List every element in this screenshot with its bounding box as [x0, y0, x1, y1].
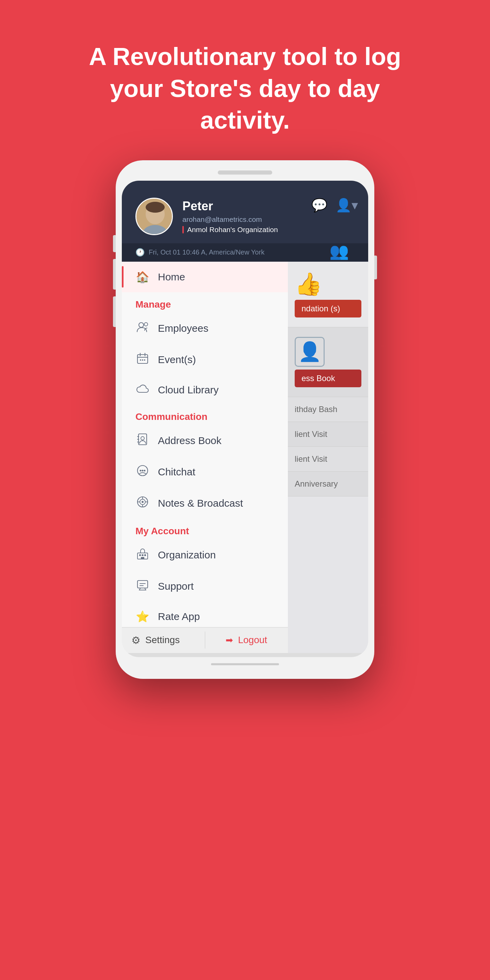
svg-point-8 — [142, 360, 143, 361]
svg-point-9 — [144, 360, 145, 361]
settings-button[interactable]: ⚙ Settings — [122, 627, 205, 653]
svg-rect-24 — [137, 581, 148, 588]
svg-point-11 — [141, 437, 144, 440]
svg-rect-21 — [142, 554, 143, 556]
side-menu: 🏠 Home Manage Employees — [122, 262, 288, 653]
user-email: arohan@altametrics.com — [182, 215, 278, 224]
svg-point-3 — [146, 202, 165, 213]
cloud-library-label: Cloud Library — [158, 384, 218, 396]
section-communication: Communication — [122, 404, 288, 425]
app-header: Peter arohan@altametrics.com Anmol Rohan… — [122, 181, 368, 262]
address-book-icon — [135, 433, 150, 448]
events-icon — [135, 352, 150, 367]
phone-shell: Peter arohan@altametrics.com Anmol Rohan… — [116, 160, 374, 679]
svg-rect-20 — [139, 554, 141, 556]
svg-point-13 — [140, 469, 142, 471]
rc-item-4: lient Visit — [288, 422, 368, 447]
user-placeholder-icon: 👤 — [295, 337, 325, 367]
svg-rect-23 — [141, 557, 144, 559]
rc-text-client-2: lient Visit — [295, 454, 361, 464]
rate-app-icon: ⭐ — [135, 610, 150, 623]
clock-icon: 🕐 — [135, 248, 145, 257]
address-book-badge[interactable]: ess Book — [295, 369, 361, 387]
chitchat-icon — [135, 465, 150, 479]
svg-point-4 — [139, 323, 143, 327]
datetime-text: Fri, Oct 01 10:46 A, America/New York — [149, 248, 264, 256]
avatar — [135, 198, 173, 235]
journals-icon: 👥 — [329, 242, 349, 260]
chat-icon[interactable]: 💬 — [311, 198, 327, 213]
menu-item-events[interactable]: Event(s) — [122, 344, 288, 375]
hero-text: A Revolutionary tool to log your Store's… — [68, 41, 422, 137]
address-book-label: Address Book — [158, 435, 221, 447]
employees-icon — [135, 321, 150, 336]
rate-app-label: Rate App — [158, 611, 200, 622]
thumbs-up-icon: 👍 — [295, 271, 361, 297]
notes-broadcast-icon — [135, 496, 150, 511]
menu-item-home[interactable]: 🏠 Home — [122, 262, 288, 292]
logout-button[interactable]: ➡ Logout — [205, 628, 288, 652]
main-content: 👍 ndation (s) 👤 ess Book ithday Bash lie… — [288, 262, 368, 653]
rc-item-5: lient Visit — [288, 447, 368, 472]
rc-text-client-1: lient Visit — [295, 430, 361, 439]
svg-point-15 — [144, 469, 146, 471]
rc-item-2: 👤 ess Book — [288, 327, 368, 397]
home-label: Home — [158, 271, 185, 283]
logout-icon: ➡ — [226, 635, 233, 646]
foundation-badge[interactable]: ndation (s) — [295, 300, 361, 318]
phone-notch — [218, 170, 272, 175]
chitchat-label: Chitchat — [158, 466, 195, 478]
svg-point-5 — [144, 323, 148, 326]
svg-rect-6 — [137, 355, 148, 363]
menu-item-chitchat[interactable]: Chitchat — [122, 456, 288, 488]
svg-point-7 — [140, 360, 141, 361]
menu-item-support[interactable]: Support — [122, 571, 288, 602]
user-org: Anmol Rohan's Organization — [187, 226, 278, 234]
logout-label: Logout — [238, 635, 267, 646]
rc-item-6: Anniversary — [288, 472, 368, 496]
menu-item-cloud-library[interactable]: Cloud Library — [122, 375, 288, 404]
rc-item-3: ithday Bash — [288, 397, 368, 422]
events-label: Event(s) — [158, 354, 196, 366]
organization-label: Organization — [158, 549, 216, 561]
cloud-library-icon — [135, 383, 150, 396]
menu-item-organization[interactable]: Organization — [122, 539, 288, 571]
bottom-bar: ⚙ Settings ➡ Logout — [122, 627, 288, 653]
settings-label: Settings — [145, 635, 180, 646]
rc-text-anniversary: Anniversary — [295, 479, 361, 488]
section-manage: Manage — [122, 292, 288, 313]
settings-icon: ⚙ — [131, 634, 140, 646]
menu-item-notes-broadcast[interactable]: Notes & Broadcast — [122, 488, 288, 519]
rc-text-birthday: ithday Bash — [295, 404, 361, 414]
home-icon: 🏠 — [135, 270, 150, 283]
support-icon — [135, 579, 150, 594]
section-my-account: My Account — [122, 519, 288, 539]
user-name: Peter — [182, 199, 278, 213]
svg-point-14 — [142, 469, 143, 471]
organization-icon — [135, 547, 150, 563]
user-dropdown-icon[interactable]: 👤▾ — [336, 198, 358, 213]
phone-screen: Peter arohan@altametrics.com Anmol Rohan… — [122, 181, 368, 657]
employees-label: Employees — [158, 323, 208, 334]
support-label: Support — [158, 581, 194, 592]
menu-item-address-book[interactable]: Address Book — [122, 425, 288, 456]
svg-point-18 — [142, 501, 143, 503]
rc-item-1: 👍 ndation (s) — [288, 262, 368, 327]
svg-rect-22 — [144, 554, 146, 556]
notes-broadcast-label: Notes & Broadcast — [158, 498, 243, 509]
menu-item-employees[interactable]: Employees — [122, 313, 288, 344]
hero-section: A Revolutionary tool to log your Store's… — [0, 0, 490, 160]
